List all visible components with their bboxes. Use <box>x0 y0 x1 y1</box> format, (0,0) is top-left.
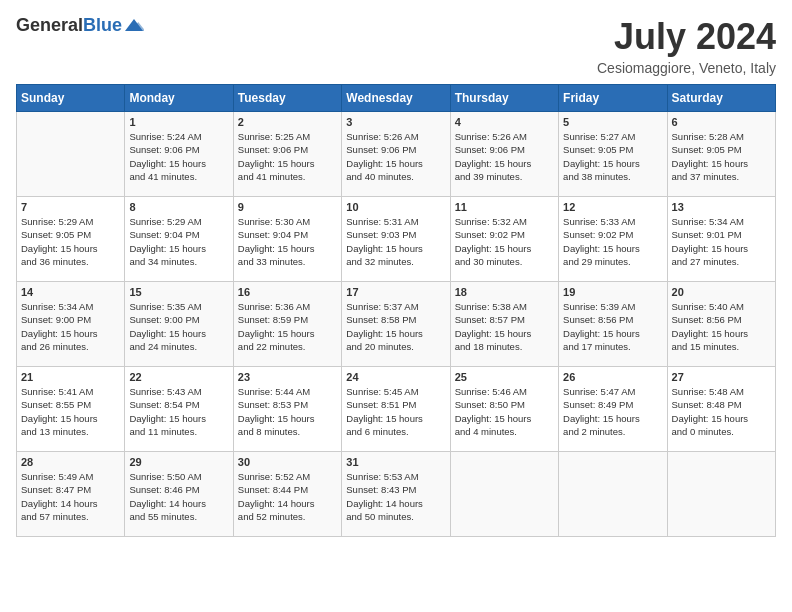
day-info: Sunrise: 5:27 AMSunset: 9:05 PMDaylight:… <box>563 130 662 183</box>
day-info: Sunrise: 5:47 AMSunset: 8:49 PMDaylight:… <box>563 385 662 438</box>
day-cell: 17Sunrise: 5:37 AMSunset: 8:58 PMDayligh… <box>342 282 450 367</box>
day-info: Sunrise: 5:26 AMSunset: 9:06 PMDaylight:… <box>455 130 554 183</box>
day-info: Sunrise: 5:26 AMSunset: 9:06 PMDaylight:… <box>346 130 445 183</box>
day-number: 17 <box>346 286 445 298</box>
day-cell <box>17 112 125 197</box>
day-cell: 5Sunrise: 5:27 AMSunset: 9:05 PMDaylight… <box>559 112 667 197</box>
day-header-wednesday: Wednesday <box>342 85 450 112</box>
day-cell: 22Sunrise: 5:43 AMSunset: 8:54 PMDayligh… <box>125 367 233 452</box>
day-number: 29 <box>129 456 228 468</box>
day-number: 15 <box>129 286 228 298</box>
day-number: 24 <box>346 371 445 383</box>
day-info: Sunrise: 5:36 AMSunset: 8:59 PMDaylight:… <box>238 300 337 353</box>
day-cell: 26Sunrise: 5:47 AMSunset: 8:49 PMDayligh… <box>559 367 667 452</box>
week-row-1: 1Sunrise: 5:24 AMSunset: 9:06 PMDaylight… <box>17 112 776 197</box>
day-info: Sunrise: 5:29 AMSunset: 9:05 PMDaylight:… <box>21 215 120 268</box>
day-number: 18 <box>455 286 554 298</box>
location-subtitle: Cesiomaggiore, Veneto, Italy <box>597 60 776 76</box>
day-info: Sunrise: 5:39 AMSunset: 8:56 PMDaylight:… <box>563 300 662 353</box>
day-number: 26 <box>563 371 662 383</box>
day-cell: 9Sunrise: 5:30 AMSunset: 9:04 PMDaylight… <box>233 197 341 282</box>
day-cell: 7Sunrise: 5:29 AMSunset: 9:05 PMDaylight… <box>17 197 125 282</box>
day-number: 22 <box>129 371 228 383</box>
day-number: 6 <box>672 116 771 128</box>
day-cell <box>559 452 667 537</box>
day-header-thursday: Thursday <box>450 85 558 112</box>
day-info: Sunrise: 5:44 AMSunset: 8:53 PMDaylight:… <box>238 385 337 438</box>
day-number: 31 <box>346 456 445 468</box>
day-cell <box>450 452 558 537</box>
day-cell: 16Sunrise: 5:36 AMSunset: 8:59 PMDayligh… <box>233 282 341 367</box>
day-cell: 11Sunrise: 5:32 AMSunset: 9:02 PMDayligh… <box>450 197 558 282</box>
day-cell: 28Sunrise: 5:49 AMSunset: 8:47 PMDayligh… <box>17 452 125 537</box>
day-number: 2 <box>238 116 337 128</box>
day-header-friday: Friday <box>559 85 667 112</box>
day-cell <box>667 452 775 537</box>
day-number: 8 <box>129 201 228 213</box>
day-number: 13 <box>672 201 771 213</box>
page-header: GeneralBlue July 2024 Cesiomaggiore, Ven… <box>16 16 776 76</box>
day-number: 23 <box>238 371 337 383</box>
day-number: 21 <box>21 371 120 383</box>
day-number: 19 <box>563 286 662 298</box>
day-number: 20 <box>672 286 771 298</box>
day-number: 11 <box>455 201 554 213</box>
day-cell: 21Sunrise: 5:41 AMSunset: 8:55 PMDayligh… <box>17 367 125 452</box>
day-info: Sunrise: 5:31 AMSunset: 9:03 PMDaylight:… <box>346 215 445 268</box>
day-info: Sunrise: 5:53 AMSunset: 8:43 PMDaylight:… <box>346 470 445 523</box>
day-cell: 19Sunrise: 5:39 AMSunset: 8:56 PMDayligh… <box>559 282 667 367</box>
day-cell: 25Sunrise: 5:46 AMSunset: 8:50 PMDayligh… <box>450 367 558 452</box>
day-number: 14 <box>21 286 120 298</box>
day-info: Sunrise: 5:48 AMSunset: 8:48 PMDaylight:… <box>672 385 771 438</box>
day-info: Sunrise: 5:29 AMSunset: 9:04 PMDaylight:… <box>129 215 228 268</box>
day-cell: 3Sunrise: 5:26 AMSunset: 9:06 PMDaylight… <box>342 112 450 197</box>
day-header-tuesday: Tuesday <box>233 85 341 112</box>
day-number: 28 <box>21 456 120 468</box>
day-number: 4 <box>455 116 554 128</box>
logo-text: GeneralBlue <box>16 16 122 34</box>
day-cell: 6Sunrise: 5:28 AMSunset: 9:05 PMDaylight… <box>667 112 775 197</box>
week-row-4: 21Sunrise: 5:41 AMSunset: 8:55 PMDayligh… <box>17 367 776 452</box>
day-cell: 14Sunrise: 5:34 AMSunset: 9:00 PMDayligh… <box>17 282 125 367</box>
day-number: 10 <box>346 201 445 213</box>
day-cell: 20Sunrise: 5:40 AMSunset: 8:56 PMDayligh… <box>667 282 775 367</box>
day-cell: 4Sunrise: 5:26 AMSunset: 9:06 PMDaylight… <box>450 112 558 197</box>
day-number: 16 <box>238 286 337 298</box>
day-cell: 18Sunrise: 5:38 AMSunset: 8:57 PMDayligh… <box>450 282 558 367</box>
week-row-5: 28Sunrise: 5:49 AMSunset: 8:47 PMDayligh… <box>17 452 776 537</box>
day-cell: 30Sunrise: 5:52 AMSunset: 8:44 PMDayligh… <box>233 452 341 537</box>
week-row-2: 7Sunrise: 5:29 AMSunset: 9:05 PMDaylight… <box>17 197 776 282</box>
day-info: Sunrise: 5:35 AMSunset: 9:00 PMDaylight:… <box>129 300 228 353</box>
day-number: 5 <box>563 116 662 128</box>
day-cell: 2Sunrise: 5:25 AMSunset: 9:06 PMDaylight… <box>233 112 341 197</box>
day-info: Sunrise: 5:37 AMSunset: 8:58 PMDaylight:… <box>346 300 445 353</box>
day-info: Sunrise: 5:43 AMSunset: 8:54 PMDaylight:… <box>129 385 228 438</box>
day-info: Sunrise: 5:49 AMSunset: 8:47 PMDaylight:… <box>21 470 120 523</box>
day-cell: 1Sunrise: 5:24 AMSunset: 9:06 PMDaylight… <box>125 112 233 197</box>
day-info: Sunrise: 5:30 AMSunset: 9:04 PMDaylight:… <box>238 215 337 268</box>
day-number: 30 <box>238 456 337 468</box>
day-info: Sunrise: 5:50 AMSunset: 8:46 PMDaylight:… <box>129 470 228 523</box>
day-header-sunday: Sunday <box>17 85 125 112</box>
day-cell: 10Sunrise: 5:31 AMSunset: 9:03 PMDayligh… <box>342 197 450 282</box>
day-info: Sunrise: 5:34 AMSunset: 9:01 PMDaylight:… <box>672 215 771 268</box>
day-cell: 24Sunrise: 5:45 AMSunset: 8:51 PMDayligh… <box>342 367 450 452</box>
day-info: Sunrise: 5:32 AMSunset: 9:02 PMDaylight:… <box>455 215 554 268</box>
day-cell: 15Sunrise: 5:35 AMSunset: 9:00 PMDayligh… <box>125 282 233 367</box>
day-info: Sunrise: 5:28 AMSunset: 9:05 PMDaylight:… <box>672 130 771 183</box>
title-block: July 2024 Cesiomaggiore, Veneto, Italy <box>597 16 776 76</box>
day-cell: 8Sunrise: 5:29 AMSunset: 9:04 PMDaylight… <box>125 197 233 282</box>
day-info: Sunrise: 5:25 AMSunset: 9:06 PMDaylight:… <box>238 130 337 183</box>
day-number: 12 <box>563 201 662 213</box>
day-info: Sunrise: 5:40 AMSunset: 8:56 PMDaylight:… <box>672 300 771 353</box>
day-number: 9 <box>238 201 337 213</box>
day-info: Sunrise: 5:46 AMSunset: 8:50 PMDaylight:… <box>455 385 554 438</box>
day-number: 25 <box>455 371 554 383</box>
day-info: Sunrise: 5:52 AMSunset: 8:44 PMDaylight:… <box>238 470 337 523</box>
day-cell: 23Sunrise: 5:44 AMSunset: 8:53 PMDayligh… <box>233 367 341 452</box>
week-row-3: 14Sunrise: 5:34 AMSunset: 9:00 PMDayligh… <box>17 282 776 367</box>
day-number: 3 <box>346 116 445 128</box>
logo-icon <box>124 19 144 31</box>
day-info: Sunrise: 5:33 AMSunset: 9:02 PMDaylight:… <box>563 215 662 268</box>
day-header-monday: Monday <box>125 85 233 112</box>
